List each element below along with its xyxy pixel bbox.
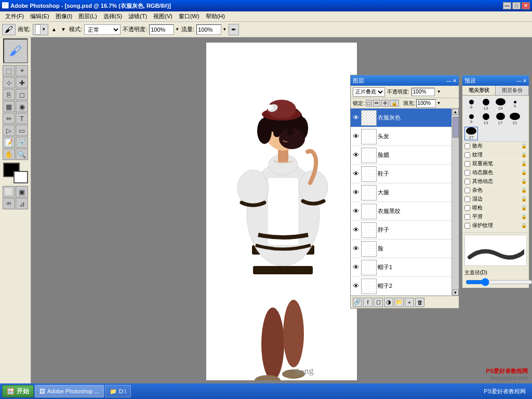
layer-visibility-toggle[interactable]: 👁	[352, 263, 360, 271]
crop-tool[interactable]: ⊹	[3, 77, 15, 88]
lock-image[interactable]: ✏	[373, 100, 380, 107]
lock-transparent[interactable]: □	[366, 100, 372, 107]
brush-size-cell[interactable]: 17	[494, 112, 507, 126]
eyedrop-tool[interactable]: 💉	[16, 137, 28, 148]
heal-tool[interactable]: ✚	[16, 77, 28, 88]
zoom-tool[interactable]: 🔍	[16, 149, 28, 160]
brush-size-cell[interactable]: 21	[508, 112, 522, 126]
link-layers-btn[interactable]: 🔗	[353, 298, 362, 307]
notes-tool[interactable]: 📝	[3, 137, 15, 148]
brush-preset-item[interactable]: 双重画笔🔒	[463, 159, 528, 168]
shape-tool[interactable]: ▭	[16, 125, 28, 136]
menu-edit[interactable]: 编辑(E)	[27, 12, 52, 21]
menu-layer[interactable]: 图层(L)	[75, 12, 100, 21]
menu-file[interactable]: 文件(F)	[2, 12, 27, 21]
blend-mode-select[interactable]: 正片叠底 正常 溶解	[353, 87, 385, 97]
text-tool[interactable]: T	[16, 113, 28, 124]
mode-select[interactable]: 正常 溶解 正片叠底	[84, 24, 121, 35]
layer-visibility-toggle[interactable]: 👁	[352, 151, 360, 159]
layer-row[interactable]: 👁头发	[351, 127, 451, 146]
layer-visibility-toggle[interactable]: 👁	[352, 226, 360, 234]
layer-row[interactable]: 👁衣服黑纹	[351, 202, 451, 221]
layer-visibility-toggle[interactable]: 👁	[352, 245, 360, 252]
layer-row[interactable]: 👁脸腮	[351, 146, 451, 165]
layer-visibility-toggle[interactable]: 👁	[352, 207, 360, 215]
screen-mode-tool[interactable]: ▣	[16, 186, 28, 197]
taskbar-photoshop[interactable]: 🖼 Adobe Photoshop ...	[35, 385, 104, 397]
layer-visibility-toggle[interactable]: 👁	[352, 114, 360, 122]
brush-size-cell[interactable]: 9	[464, 98, 478, 111]
layer-visibility-toggle[interactable]: 👁	[352, 170, 360, 178]
lasso-tool[interactable]: ⌖	[16, 65, 28, 76]
brush-preset-item[interactable]: 保护纹理🔒	[463, 221, 528, 230]
brush-preset-checkbox[interactable]	[464, 205, 470, 211]
brush-preset-checkbox[interactable]	[464, 214, 470, 220]
layer-visibility-toggle[interactable]: 👁	[352, 189, 360, 196]
opacity-value[interactable]: 100%	[149, 24, 174, 35]
scroll-down[interactable]: ▼	[453, 289, 459, 296]
taskbar-explorer[interactable]: 📁 D:\	[105, 385, 131, 397]
marquee-tool[interactable]: ⬚	[3, 65, 15, 76]
scroll-up[interactable]: ▲	[453, 109, 459, 115]
menu-filter[interactable]: 滤镜(T)	[125, 12, 150, 21]
scroll-thumb[interactable]	[453, 117, 459, 138]
menu-window[interactable]: 窗口(W)	[176, 12, 203, 21]
brush-minimize[interactable]: —	[516, 78, 522, 84]
delete-layer-btn[interactable]: 🗑	[415, 298, 424, 307]
brush-preset-item[interactable]: 平滑🔒	[463, 212, 528, 221]
brush-preset-checkbox[interactable]	[464, 170, 470, 176]
minimize-button[interactable]: —	[503, 2, 511, 9]
color-swatch[interactable]	[3, 163, 28, 183]
lock-position[interactable]: ✛	[381, 100, 389, 107]
brush-preset-checkbox[interactable]	[464, 196, 470, 202]
menu-view[interactable]: 视图(V)	[150, 12, 176, 21]
brush-preset-item[interactable]: 湿边🔒	[463, 195, 528, 204]
brush-preset-checkbox[interactable]	[464, 188, 470, 193]
layer-row[interactable]: 👁脸	[351, 240, 451, 258]
extra-tool[interactable]: ⊿	[16, 198, 28, 209]
brush-preset-checkbox[interactable]	[464, 223, 470, 229]
brush-tool-icon[interactable]: 🖌	[2, 24, 16, 35]
layer-visibility-toggle[interactable]: 👁	[352, 282, 360, 290]
layer-row[interactable]: 👁大腿	[351, 183, 451, 202]
brush-size-cell[interactable]: 13	[479, 112, 493, 126]
background-color[interactable]	[14, 171, 28, 183]
brush-preset-item[interactable]: 喷枪🔒	[463, 204, 528, 212]
brush-preset-item[interactable]: 纹理🔒	[463, 151, 528, 159]
layer-row[interactable]: 👁鞋子	[351, 165, 451, 183]
hand-tool[interactable]: ✋	[3, 149, 15, 160]
brush-preset-checkbox[interactable]	[464, 161, 470, 167]
dodge-tool[interactable]: ◉	[16, 101, 28, 112]
eraser-tool[interactable]: ◻	[16, 89, 28, 100]
start-button[interactable]: 🪟 开始	[2, 385, 34, 397]
maximize-button[interactable]: □	[512, 2, 521, 9]
flow-arrow[interactable]: ▼	[222, 27, 227, 32]
brush-size-up[interactable]: ▲	[50, 26, 58, 32]
brush-size-down[interactable]: ▼	[60, 26, 67, 32]
menu-help[interactable]: 帮助(H)	[203, 12, 228, 21]
menu-select[interactable]: 选择(S)	[100, 12, 126, 21]
imageready-tool[interactable]: IR	[3, 198, 15, 209]
fill-value[interactable]: 100%	[416, 99, 436, 108]
brush-close[interactable]: ✕	[523, 78, 527, 84]
add-style-btn[interactable]: f	[363, 298, 373, 307]
brush-tab-dynamics[interactable]: 图层备份	[496, 86, 529, 95]
brush-preset-checkbox[interactable]	[464, 179, 470, 184]
brush-preset-checkbox[interactable]	[464, 143, 470, 149]
layer-opacity-value[interactable]: 100%	[411, 88, 435, 96]
close-button[interactable]: ✕	[522, 2, 530, 9]
path-tool[interactable]: ▷	[3, 125, 15, 136]
layer-row[interactable]: 👁帽子1	[351, 258, 451, 277]
brush-preset-item[interactable]: 动态颜色🔒	[463, 168, 528, 177]
opacity-arrow[interactable]: ▼	[175, 27, 179, 32]
flow-value[interactable]: 100%	[196, 24, 221, 35]
layer-row[interactable]: 👁帽子2	[351, 277, 451, 296]
brush-size-cell[interactable]: 9	[464, 112, 478, 126]
brush-preset-item[interactable]: 杂色🔒	[463, 186, 528, 195]
new-layer-btn[interactable]: +	[405, 298, 414, 307]
add-mask-btn[interactable]: ◻	[374, 298, 383, 307]
pen-tool[interactable]: ✏	[3, 113, 15, 124]
layer-visibility-toggle[interactable]: 👁	[352, 132, 360, 140]
quick-mask-tool[interactable]: ⬜	[3, 186, 15, 197]
new-group-btn[interactable]: 📁	[394, 298, 404, 307]
